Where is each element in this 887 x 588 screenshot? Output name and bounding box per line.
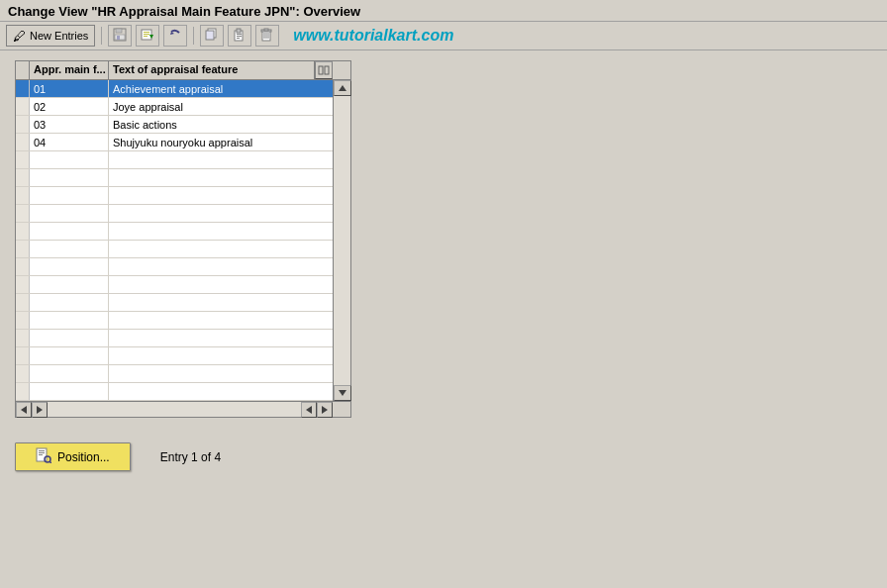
entry-info: Entry 1 of 4 xyxy=(160,450,221,464)
table-header: Appr. main f... Text of appraisal featur… xyxy=(16,61,350,80)
row-text-cell xyxy=(109,312,315,329)
row-spacer xyxy=(315,80,333,97)
table-row[interactable]: 01Achievement appraisal xyxy=(16,80,333,98)
table-row[interactable] xyxy=(16,383,333,401)
row-id-cell: 03 xyxy=(30,116,109,133)
undo-button[interactable] xyxy=(163,25,187,47)
paste-button[interactable] xyxy=(228,25,251,47)
row-select-cell xyxy=(16,169,30,186)
page-title: Change View "HR Appraisal Main Feature J… xyxy=(8,4,360,19)
svg-marker-26 xyxy=(339,390,346,396)
hscroll-corner xyxy=(333,402,350,417)
table-row[interactable]: 04Shujyuku nouryoku appraisal xyxy=(16,134,333,151)
row-select-cell xyxy=(16,151,30,168)
table-row[interactable] xyxy=(16,187,333,205)
copy-button[interactable] xyxy=(200,25,224,47)
scroll-down-button[interactable] xyxy=(334,385,351,401)
row-select-cell xyxy=(16,365,30,382)
position-button[interactable]: Position... xyxy=(15,442,131,471)
table-row[interactable] xyxy=(16,312,333,330)
data-table: Appr. main f... Text of appraisal featur… xyxy=(15,60,351,418)
row-select-cell xyxy=(16,134,30,150)
table-row[interactable] xyxy=(16,276,333,294)
row-text-cell: Achievement appraisal xyxy=(109,80,315,97)
new-entries-button[interactable]: 🖊 New Entries xyxy=(6,25,95,47)
svg-rect-15 xyxy=(237,36,242,37)
row-id-cell xyxy=(30,169,109,186)
row-select-cell xyxy=(16,187,30,204)
main-content: Appr. main f... Text of appraisal featur… xyxy=(0,50,887,428)
select-col-header xyxy=(16,61,30,79)
row-id-cell xyxy=(30,258,109,275)
row-spacer xyxy=(315,276,333,293)
table-row[interactable]: 03Basic actions xyxy=(16,116,333,134)
svg-rect-32 xyxy=(39,450,45,451)
row-text-cell xyxy=(109,294,315,311)
svg-rect-24 xyxy=(325,66,329,74)
row-id-cell xyxy=(30,347,109,364)
toolbar: 🖊 New Entries xyxy=(0,22,887,50)
delete-button[interactable] xyxy=(255,25,279,47)
row-text-cell xyxy=(109,347,315,364)
svg-rect-19 xyxy=(264,29,268,31)
table-wrapper: Appr. main f... Text of appraisal featur… xyxy=(15,60,351,418)
row-spacer xyxy=(315,98,333,115)
row-id-cell xyxy=(30,383,109,400)
row-id-cell xyxy=(30,241,109,257)
table-row[interactable] xyxy=(16,241,333,258)
vertical-scrollbar[interactable] xyxy=(333,80,350,401)
scroll-up-button[interactable] xyxy=(334,80,351,96)
save-button[interactable] xyxy=(108,25,132,47)
table-row[interactable]: 02Joye appraisal xyxy=(16,98,333,116)
row-spacer xyxy=(315,205,333,222)
load-button[interactable] xyxy=(136,25,159,47)
svg-rect-13 xyxy=(237,29,241,33)
row-spacer xyxy=(315,383,333,400)
row-select-cell xyxy=(16,116,30,133)
col-resize-button[interactable] xyxy=(315,61,333,79)
table-row[interactable] xyxy=(16,347,333,365)
row-text-cell xyxy=(109,258,315,275)
svg-rect-3 xyxy=(117,36,120,40)
hscroll-left-button[interactable] xyxy=(16,402,32,418)
row-text-cell xyxy=(109,365,315,382)
new-entries-label: New Entries xyxy=(30,30,88,42)
table-row[interactable] xyxy=(16,330,333,347)
row-id-cell: 04 xyxy=(30,134,109,150)
row-select-cell xyxy=(16,205,30,222)
svg-marker-30 xyxy=(322,406,328,414)
position-icon xyxy=(36,447,51,466)
new-entries-icon: 🖊 xyxy=(13,29,26,44)
scrollbar-header-space xyxy=(333,61,350,79)
hscroll-right-button-2[interactable] xyxy=(317,402,333,418)
table-row[interactable] xyxy=(16,205,333,223)
table-row[interactable] xyxy=(16,223,333,241)
save-icon xyxy=(113,28,127,44)
hscroll-right-button-left[interactable] xyxy=(32,402,48,418)
row-id-cell xyxy=(30,205,109,222)
row-spacer xyxy=(315,116,333,133)
hscroll-right-button-1[interactable] xyxy=(301,402,317,418)
row-select-cell xyxy=(16,312,30,329)
hscroll-track xyxy=(48,402,301,417)
row-spacer xyxy=(315,151,333,168)
title-bar: Change View "HR Appraisal Main Feature J… xyxy=(0,0,887,22)
bottom-area: Position... Entry 1 of 4 xyxy=(0,428,887,486)
table-row[interactable] xyxy=(16,365,333,383)
table-row[interactable] xyxy=(16,294,333,312)
row-id-cell xyxy=(30,223,109,240)
svg-rect-6 xyxy=(144,34,149,35)
svg-marker-27 xyxy=(21,406,27,414)
table-row[interactable] xyxy=(16,169,333,187)
row-select-cell xyxy=(16,347,30,364)
row-spacer xyxy=(315,330,333,346)
svg-marker-28 xyxy=(37,406,43,414)
row-select-cell xyxy=(16,241,30,257)
table-row[interactable] xyxy=(16,151,333,169)
row-select-cell xyxy=(16,294,30,311)
position-label: Position... xyxy=(57,450,110,464)
row-select-cell xyxy=(16,223,30,240)
row-select-cell xyxy=(16,98,30,115)
svg-rect-16 xyxy=(237,38,240,39)
table-row[interactable] xyxy=(16,258,333,276)
